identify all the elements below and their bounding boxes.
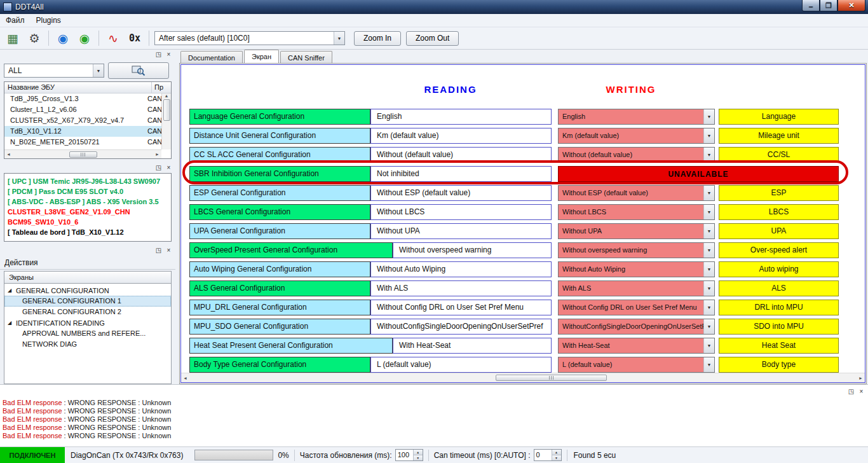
config-writing-dropdown[interactable]: With Heat-Seat▼ [558, 338, 715, 354]
config-writing-dropdown[interactable]: With ALS▼ [558, 280, 715, 296]
config-writing-dropdown[interactable]: Without Config DRL on User Set Pref Menu… [558, 300, 715, 315]
tree-item-network-diag[interactable]: NETWORK DIAG [4, 339, 171, 350]
scrollbar-thumb[interactable] [163, 99, 170, 121]
scrollbar-thumb[interactable] [69, 151, 97, 158]
write-auto-wiping-button[interactable]: Auto wiping [719, 261, 839, 277]
config-writing-dropdown[interactable]: L (default value)▼ [558, 357, 715, 373]
dock-float-icon[interactable]: ◳ [154, 50, 163, 59]
console-log-panel: ◳ × Bad ELM response : WRONG RESPONSE : … [0, 384, 868, 446]
write-lbcs-button[interactable]: LBCS [719, 204, 839, 220]
config-writing-dropdown[interactable]: Without Auto Wiping▼ [558, 261, 715, 277]
menu-item-plugins[interactable]: Plugins [31, 14, 67, 27]
ecu-search-button[interactable] [108, 62, 169, 79]
ecu-name-column-header[interactable]: Название ЭБУ [4, 82, 152, 93]
tree-item-general-configuration-2[interactable]: GENERAL CONFIGURATION 2 [4, 307, 171, 317]
can-timeout-value[interactable]: 0 [534, 450, 552, 460]
screen-variant-dropdown[interactable]: After sales (default) [10C0] ▼ [154, 31, 345, 45]
ecu-list-item[interactable]: TdB_J95_Cross_V1.3CAN [4, 93, 161, 104]
write-drl-into-mpu-button[interactable]: DRL into MPU [719, 300, 839, 315]
hex-mode-icon[interactable]: 0x [126, 29, 144, 47]
ecu-info-line: [ PDCM ] Pass DCM E95 SLOT v4.0 [8, 186, 168, 197]
zoom-in-button[interactable]: Zoom In [354, 31, 401, 46]
connect-icon[interactable]: ◉ [76, 29, 93, 47]
write-esp-button[interactable]: ESP [719, 185, 839, 201]
write-body-type-button[interactable]: Body type [719, 357, 839, 373]
write-sdo-into-mpu-button[interactable]: SDO into MPU [719, 319, 839, 335]
config-label: Auto Wiping General Configuration [189, 261, 370, 277]
dock-close-icon[interactable]: × [165, 50, 173, 59]
write-upa-button[interactable]: UPA [719, 223, 839, 239]
write-cc-sl-button[interactable]: CC/SL [719, 147, 839, 163]
scroll-right-icon[interactable]: ► [155, 152, 159, 156]
config-reading-value: Km (default value) [370, 128, 552, 144]
scroll-up-icon[interactable]: ▲ [165, 93, 169, 98]
ecu-protocol-column-header[interactable]: Пр [152, 82, 171, 93]
ecu-list-item[interactable]: CLUSTER_x52_X67_X79_X92_v4.7CAN [4, 115, 161, 126]
scroll-left-icon[interactable]: ◄ [6, 152, 11, 156]
menu-item-файл[interactable]: Файл [0, 14, 31, 27]
tree-group-identification-reading[interactable]: ◢IDENTIFICATION READING [4, 317, 171, 328]
minimize-button[interactable]: – [802, 0, 820, 11]
ecu-list-table: Название ЭБУ Пр TdB_J95_Cross_V1.3CANClu… [4, 81, 172, 159]
ecu-list-horizontal-scrollbar[interactable]: ◄ ► [4, 149, 161, 158]
ecu-scan-icon[interactable]: ∿ [104, 29, 122, 47]
tree-group-general-configuration[interactable]: ◢GENERAL CONFIGURATION [4, 285, 171, 296]
progress-bar [194, 450, 273, 460]
refresh-rate-value[interactable]: 100 [396, 450, 413, 460]
ecu-list-item[interactable]: Cluster_L1_L2_v6.06CAN [4, 104, 161, 115]
dock-close-icon[interactable]: × [857, 387, 865, 396]
screen-horizontal-scrollbar[interactable]: ◄ ► [181, 373, 865, 382]
scroll-left-icon[interactable]: ◄ [183, 376, 187, 380]
dock-float-icon[interactable]: ◳ [847, 387, 855, 396]
config-writing-dropdown[interactable]: WithoutConfigSingleDoorOpeningOnUserSetP… [558, 319, 715, 335]
config-writing-dropdown[interactable]: Without (default value)▼ [558, 147, 715, 163]
close-button[interactable]: ✕ [837, 0, 865, 11]
tab-экран[interactable]: Экран [244, 50, 279, 63]
spin-down-icon[interactable]: ▼ [552, 455, 561, 460]
spin-up-icon[interactable]: ▲ [552, 450, 561, 455]
progress-percent: 0% [278, 451, 288, 460]
config-writing-dropdown[interactable]: Km (default value)▼ [558, 128, 715, 144]
config-writing-dropdown[interactable]: Without UPA▼ [558, 223, 715, 239]
settings-gears-icon[interactable]: ⚙ [25, 29, 43, 47]
ecu-filter-dropdown[interactable]: ALL ▼ [4, 64, 104, 78]
dock-close-icon[interactable]: × [165, 163, 173, 172]
tab-panel: READING WRITING Language General Configu… [179, 63, 867, 384]
dock-float-icon[interactable]: ◳ [154, 246, 163, 254]
tab-can-sniffer[interactable]: CAN Sniffer [280, 51, 332, 63]
write-language-button[interactable]: Language [719, 109, 839, 125]
config-writing-dropdown[interactable]: Without overspeed warning▼ [558, 242, 715, 258]
config-writing-value: Without Auto Wiping [559, 262, 703, 277]
zoom-out-button[interactable]: Zoom Out [406, 31, 459, 46]
expert-mode-icon[interactable]: ▦ [4, 29, 22, 47]
config-writing-dropdown[interactable]: Without LBCS▼ [558, 204, 715, 220]
ecu-info-line: BCM95_SW10_V10_6 [8, 217, 168, 227]
refresh-rate-spinner[interactable]: 100 ▲ ▼ [395, 449, 423, 461]
ecu-list-item[interactable]: TdB_X10_V1.12CAN [4, 126, 161, 137]
config-writing-dropdown[interactable]: English▼ [558, 109, 715, 125]
write-als-button[interactable]: ALS [719, 280, 839, 296]
log-message: : WRONG RESPONSE : Unknown [62, 424, 172, 431]
dock-close-icon[interactable]: × [165, 246, 173, 254]
ecu-list-vertical-scrollbar[interactable]: ▲ [161, 93, 171, 149]
config-reading-value: L (default value) [370, 357, 552, 373]
spin-up-icon[interactable]: ▲ [414, 450, 423, 455]
tree-item-approval-numbers-and-refere[interactable]: APPROVAL NUMBERS and REFERE... [4, 328, 171, 339]
scrollbar-thumb[interactable] [496, 375, 607, 381]
ecu-list-item[interactable]: N_B02E_METER_20150721CAN [4, 137, 161, 148]
config-writing-dropdown[interactable]: Without ESP (default value)▼ [558, 185, 715, 201]
tab-documentation[interactable]: Documentation [180, 51, 243, 63]
write-heat-seat-button[interactable]: Heat Seat [719, 338, 839, 354]
tree-item-general-configuration-1[interactable]: GENERAL CONFIGURATION 1 [4, 296, 171, 307]
log-message: : WRONG RESPONSE : Unknown [62, 407, 172, 415]
can-timeout-spinner[interactable]: 0 ▲ ▼ [534, 449, 562, 461]
maximize-button[interactable]: ❐ [820, 0, 837, 11]
web-source-icon[interactable]: ◉ [54, 29, 72, 47]
dock-float-icon[interactable]: ◳ [154, 163, 163, 172]
scroll-right-icon[interactable]: ► [858, 376, 863, 380]
write-over-speed-alert-button[interactable]: Over-speed alert [719, 242, 839, 258]
config-reading-value: English [370, 109, 552, 125]
write-mileage-unit-button[interactable]: Mileage unit [719, 128, 839, 144]
config-writing-value: Without ESP (default value) [559, 186, 703, 200]
spin-down-icon[interactable]: ▼ [414, 455, 423, 460]
